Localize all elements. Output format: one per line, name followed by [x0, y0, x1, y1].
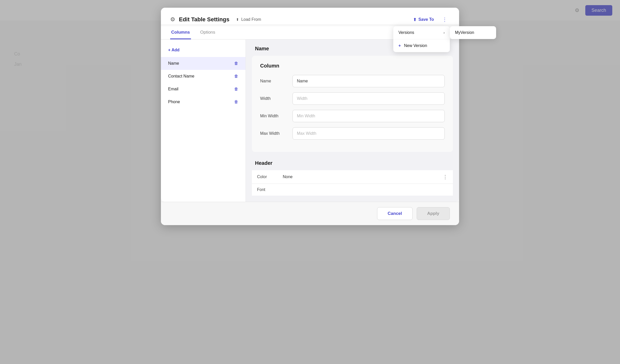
- max-width-field-row: Max Width: [260, 127, 445, 140]
- header-section-title: Header: [252, 158, 453, 170]
- name-field-input[interactable]: [293, 75, 445, 87]
- modal-body: + Add Name 🗑 Contact Name 🗑 Email 🗑 Phon…: [161, 40, 459, 202]
- width-field-label: Width: [260, 96, 288, 101]
- header-section: Header Color None ⋮ Font: [246, 158, 459, 202]
- dropdown-new-version-label: New Version: [404, 43, 427, 48]
- min-width-field-label: Min Width: [260, 114, 288, 118]
- delete-name-icon[interactable]: 🗑: [234, 61, 238, 66]
- modal-gear-icon: ⚙: [170, 16, 175, 23]
- column-section: Column Name Width Min: [246, 56, 459, 158]
- tab-options[interactable]: Options: [199, 26, 216, 39]
- width-field-row: Width: [260, 92, 445, 105]
- sidebar-item-email[interactable]: Email 🗑: [161, 83, 245, 95]
- dropdown-versions-item[interactable]: Versions › MyVersion: [393, 26, 450, 39]
- cancel-button[interactable]: Cancel: [377, 207, 413, 220]
- delete-email-icon[interactable]: 🗑: [234, 87, 238, 91]
- color-row: Color None ⋮: [252, 170, 453, 184]
- sidebar-item-name-label: Name: [168, 61, 179, 66]
- load-from-label: Load From: [241, 17, 261, 22]
- delete-contact-name-icon[interactable]: 🗑: [234, 74, 238, 79]
- save-to-icon: ⬆: [413, 17, 416, 22]
- modal-header: ⚙ Edit Table Settings ⬆ Load From ⬆ Save…: [161, 8, 459, 24]
- modal-title-area: ⚙ Edit Table Settings ⬆ Load From: [170, 16, 404, 23]
- max-width-field-label: Max Width: [260, 131, 288, 136]
- apply-button[interactable]: Apply: [417, 207, 450, 220]
- versions-chevron-icon: ›: [443, 31, 445, 35]
- more-options-button[interactable]: ⋮: [440, 15, 450, 24]
- save-to-label: Save To: [418, 17, 434, 22]
- edit-table-settings-modal: ⚙ Edit Table Settings ⬆ Load From ⬆ Save…: [161, 8, 459, 225]
- new-version-plus-icon: +: [398, 43, 401, 48]
- name-field-label: Name: [260, 79, 288, 83]
- columns-sidebar: + Add Name 🗑 Contact Name 🗑 Email 🗑 Phon…: [161, 40, 246, 202]
- load-from-icon: ⬆: [236, 17, 239, 22]
- font-label: Font: [257, 187, 283, 192]
- sidebar-item-contact-name-label: Contact Name: [168, 74, 194, 79]
- max-width-field-input[interactable]: [293, 127, 445, 140]
- dropdown-versions-label: Versions: [398, 30, 414, 35]
- delete-phone-icon[interactable]: 🗑: [234, 100, 238, 104]
- add-column-button[interactable]: + Add: [161, 45, 245, 55]
- font-row: Font: [252, 184, 453, 196]
- versions-submenu: MyVersion: [450, 26, 496, 39]
- load-from-button[interactable]: ⬆ Load From: [233, 16, 264, 23]
- right-panel: Name Column Name Width: [246, 40, 459, 202]
- modal-overlay: ⚙ Edit Table Settings ⬆ Load From ⬆ Save…: [0, 0, 620, 364]
- width-field-input[interactable]: [293, 92, 445, 105]
- column-card-title: Column: [260, 63, 445, 69]
- save-to-dropdown: Versions › MyVersion + New Version: [393, 26, 450, 52]
- sidebar-item-phone-label: Phone: [168, 100, 180, 104]
- name-field-row: Name: [260, 75, 445, 87]
- color-value: None: [283, 175, 443, 179]
- sidebar-item-phone[interactable]: Phone 🗑: [161, 95, 245, 108]
- modal-footer: Cancel Apply: [161, 202, 459, 225]
- color-more-button[interactable]: ⋮: [443, 174, 448, 180]
- save-to-button[interactable]: ⬆ Save To: [410, 15, 437, 24]
- column-card: Column Name Width Min: [252, 56, 453, 152]
- modal-title: Edit Table Settings: [179, 16, 229, 23]
- sidebar-item-contact-name[interactable]: Contact Name 🗑: [161, 70, 245, 83]
- min-width-field-input[interactable]: [293, 110, 445, 122]
- modal-actions: ⬆ Save To ⋮: [410, 15, 450, 24]
- submenu-myversion-item[interactable]: MyVersion: [450, 26, 496, 39]
- sidebar-item-email-label: Email: [168, 87, 178, 91]
- tab-columns[interactable]: Columns: [170, 26, 191, 39]
- sidebar-item-name[interactable]: Name 🗑: [161, 57, 245, 70]
- dropdown-new-version-item[interactable]: + New Version: [393, 39, 450, 52]
- color-label: Color: [257, 175, 283, 179]
- min-width-field-row: Min Width: [260, 110, 445, 122]
